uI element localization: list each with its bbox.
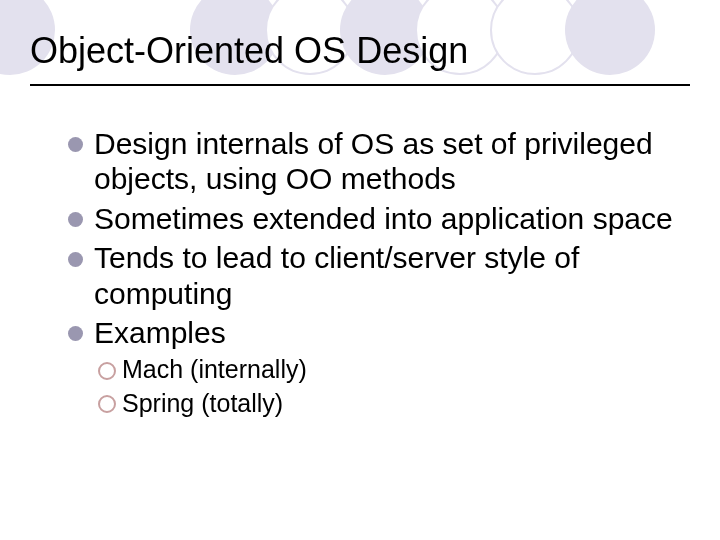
sub-bullet-list: Mach (internally) Spring (totally) xyxy=(68,354,690,419)
bullet-item: Examples xyxy=(68,315,690,350)
bullet-item: Design internals of OS as set of privile… xyxy=(68,126,690,197)
sub-bullet-item: Mach (internally) xyxy=(98,354,690,385)
bullet-item: Tends to lead to client/server style of … xyxy=(68,240,690,311)
bullet-item: Sometimes extended into application spac… xyxy=(68,201,690,236)
bullet-list: Design internals of OS as set of privile… xyxy=(30,126,690,419)
slide-title: Object-Oriented OS Design xyxy=(30,30,690,86)
slide-content: Object-Oriented OS Design Design interna… xyxy=(0,0,720,419)
sub-bullet-item: Spring (totally) xyxy=(98,388,690,419)
